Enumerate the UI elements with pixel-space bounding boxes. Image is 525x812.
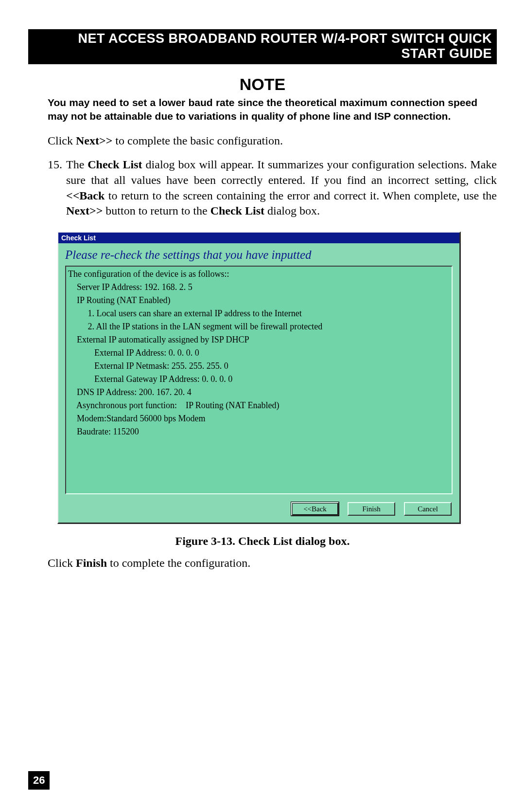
config-line: Asynchronous port function: IP Routing (…: [68, 400, 279, 410]
config-line: 2. All the IP stations in the LAN segmen…: [68, 322, 322, 331]
text: dialog box.: [264, 204, 320, 217]
page: NET ACCESS BROADBAND ROUTER W/4-PORT SWI…: [0, 0, 525, 812]
check-list-dialog: Check List Please re-check the settings …: [57, 232, 461, 524]
step-text: The Check List dialog box will appear. I…: [66, 157, 497, 219]
note-heading: NOTE: [28, 75, 497, 94]
config-line: External Gateway IP Address: 0. 0. 0. 0: [68, 374, 232, 384]
text: to complete the basic configuration.: [112, 134, 283, 147]
finish-label: Finish: [76, 557, 107, 569]
figure-caption: Figure 3-13. Check List dialog box.: [28, 535, 497, 548]
text: button to return to the: [103, 204, 210, 217]
dialog-titlebar: Check List: [58, 233, 459, 243]
dialog-button-row: <<Back Finish Cancel: [58, 497, 459, 523]
text: The: [66, 158, 88, 171]
config-line: Baudrate: 115200: [68, 427, 139, 436]
text: Click: [48, 134, 76, 147]
config-list: The configuration of the device is as fo…: [65, 266, 453, 494]
click-finish-text: Click Finish to complete the configurati…: [48, 557, 497, 570]
config-line: IP Routing (NAT Enabled): [68, 295, 170, 305]
page-header: NET ACCESS BROADBAND ROUTER W/4-PORT SWI…: [28, 29, 497, 64]
click-next-text: Click Next>> to complete the basic confi…: [48, 133, 497, 149]
config-line: 1. Local users can share an external IP …: [68, 308, 302, 318]
config-line: The configuration of the device is as fo…: [68, 269, 229, 279]
note-body: You may need to set a lower baud rate si…: [48, 96, 477, 124]
config-line: DNS IP Address: 200. 167. 20. 4: [68, 387, 192, 397]
check-list-label: Check List: [88, 158, 142, 171]
text: to complete the configuration.: [107, 557, 250, 569]
step-15: 15. The Check List dialog box will appea…: [48, 157, 497, 219]
finish-button[interactable]: Finish: [348, 502, 395, 516]
config-line: External IP automatically assigned by IS…: [68, 335, 249, 344]
cancel-button[interactable]: Cancel: [404, 502, 452, 516]
back-button[interactable]: <<Back: [291, 502, 339, 516]
next-label: Next>>: [66, 204, 103, 217]
back-label: <<Back: [66, 189, 105, 202]
dialog-heading: Please re-check the settings that you ha…: [58, 243, 459, 266]
config-line: External IP Address: 0. 0. 0. 0: [68, 348, 199, 358]
config-line: Modem:Standard 56000 bps Modem: [68, 414, 205, 423]
config-line: Server IP Address: 192. 168. 2. 5: [68, 282, 192, 292]
config-line: External IP Netmask: 255. 255. 255. 0: [68, 361, 228, 371]
text: Click: [48, 557, 76, 569]
page-number: 26: [28, 771, 50, 790]
next-label: Next>>: [76, 134, 112, 147]
step-number: 15.: [48, 157, 66, 219]
check-list-label: Check List: [210, 204, 264, 217]
text: to return to the screen containing the e…: [105, 189, 497, 202]
